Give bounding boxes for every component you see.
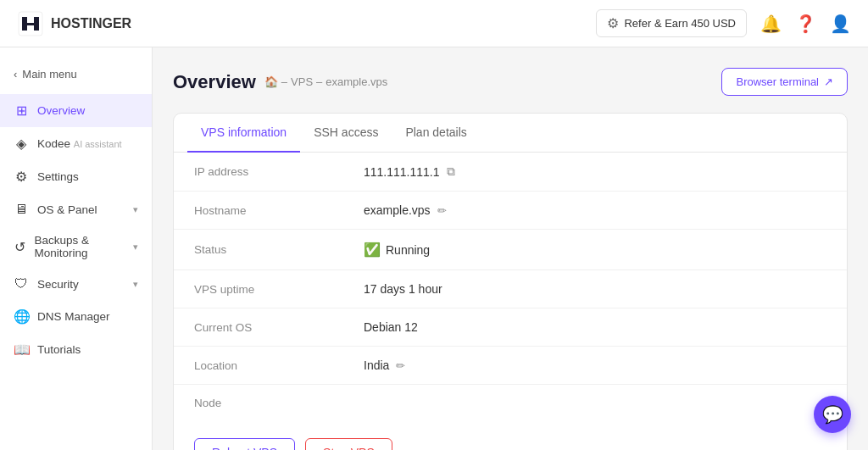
table-row: IP address 111.111.111.1 ⧉ <box>174 153 847 192</box>
sidebar: ‹ Main menu ⊞ Overview ◈ Kodee AI assist… <box>0 47 153 450</box>
breadcrumb-sep1: – <box>281 75 287 88</box>
sidebar-item-backups-monitoring[interactable]: ↺ Backups & Monitoring ▾ <box>0 225 152 268</box>
page-title: Overview <box>173 71 256 93</box>
chevron-down-icon: ▾ <box>133 204 138 215</box>
current-os-text: Debian 12 <box>364 320 418 334</box>
tab-plan-details[interactable]: Plan details <box>392 114 480 153</box>
table-row: Location India ✏ <box>174 347 847 385</box>
hostname-text: example.vps <box>364 203 431 217</box>
settings-icon: ⚙ <box>14 169 29 185</box>
status-value: ✅ Running <box>364 242 430 258</box>
table-row: VPS uptime 17 days 1 hour <box>174 270 847 308</box>
sidebar-item-os-panel[interactable]: 🖥 OS & Panel ▾ <box>0 193 152 225</box>
logo: HOSTINGER <box>17 10 131 37</box>
chevron-left-icon: ‹ <box>14 68 17 81</box>
sidebar-item-tutorials[interactable]: 📖 Tutorials <box>0 333 152 366</box>
node-label: Node <box>194 397 364 409</box>
ip-address-text: 111.111.111.1 <box>364 165 440 179</box>
status-text: Running <box>386 243 430 257</box>
vps-uptime-label: VPS uptime <box>194 283 364 296</box>
main-menu-label: Main menu <box>22 68 76 81</box>
sidebar-item-label: Security <box>37 278 79 291</box>
hostname-label: Hostname <box>194 204 364 217</box>
page-title-area: Overview 🏠 – VPS – example.vps <box>173 71 387 93</box>
tab-bar: VPS information SSH access Plan details <box>174 114 847 153</box>
sidebar-item-security[interactable]: 🛡 Security ▾ <box>0 268 152 300</box>
logo-icon <box>17 10 44 37</box>
sidebar-item-overview[interactable]: ⊞ Overview <box>0 94 152 127</box>
table-row: Hostname example.vps ✏ <box>174 192 847 230</box>
vps-uptime-text: 17 days 1 hour <box>364 282 442 296</box>
info-table: IP address 111.111.111.1 ⧉ Hostname exam… <box>174 153 847 421</box>
help-icon[interactable]: ❓ <box>795 14 816 34</box>
tutorials-icon: 📖 <box>14 342 29 358</box>
logo-text: HOSTINGER <box>51 16 131 31</box>
location-label: Location <box>194 359 364 372</box>
os-panel-icon: 🖥 <box>14 202 29 217</box>
chat-support-button[interactable]: 💬 <box>814 396 851 433</box>
current-os-label: Current OS <box>194 321 364 334</box>
sidebar-item-label: Backups & Monitoring <box>35 234 125 259</box>
notifications-icon[interactable]: 🔔 <box>760 14 782 34</box>
sidebar-item-label: Tutorials <box>37 343 81 356</box>
sidebar-item-label: Settings <box>37 170 79 183</box>
tab-vps-information[interactable]: VPS information <box>187 114 300 153</box>
browser-terminal-label: Browser terminal <box>736 75 819 88</box>
chevron-down-icon-3: ▾ <box>133 279 138 290</box>
breadcrumb-current: example.vps <box>326 75 387 88</box>
sidebar-item-label: OS & Panel <box>37 203 97 216</box>
page-header: Overview 🏠 – VPS – example.vps Browser t… <box>173 68 848 96</box>
refer-icon: ⚙ <box>607 15 619 31</box>
table-row: Status ✅ Running <box>174 230 847 270</box>
action-buttons: Reboot VPS Stop VPS <box>174 421 847 450</box>
sidebar-item-label: Kodee AI assistant <box>37 137 122 150</box>
location-text: India <box>364 358 389 372</box>
tab-plan-label: Plan details <box>405 125 466 139</box>
stop-vps-button[interactable]: Stop VPS <box>305 438 392 450</box>
backups-icon: ↺ <box>14 239 26 255</box>
breadcrumb-home-icon: 🏠 <box>264 75 278 88</box>
vps-info-card: VPS information SSH access Plan details … <box>173 113 848 450</box>
vps-uptime-value: 17 days 1 hour <box>364 282 442 296</box>
chat-icon: 💬 <box>822 404 843 425</box>
refer-earn-button[interactable]: ⚙ Refer & Earn 450 USD <box>596 9 747 37</box>
sidebar-item-kodee[interactable]: ◈ Kodee AI assistant <box>0 127 152 160</box>
reboot-vps-button[interactable]: Reboot VPS <box>194 438 295 450</box>
sidebar-item-dns-manager[interactable]: 🌐 DNS Manager <box>0 300 152 333</box>
tab-vps-info-label: VPS information <box>201 125 287 139</box>
edit-hostname-icon[interactable]: ✏ <box>437 204 447 217</box>
refer-label: Refer & Earn 450 USD <box>624 17 736 30</box>
status-label: Status <box>194 243 364 256</box>
table-row: Node <box>174 385 847 421</box>
location-value: India ✏ <box>364 358 405 372</box>
breadcrumb-vps: VPS <box>291 75 313 88</box>
dns-icon: 🌐 <box>14 308 29 325</box>
breadcrumb-sep2: – <box>316 75 322 88</box>
account-icon[interactable]: 👤 <box>830 14 851 34</box>
chevron-down-icon-2: ▾ <box>133 242 138 253</box>
ip-address-label: IP address <box>194 165 364 178</box>
sidebar-item-settings[interactable]: ⚙ Settings <box>0 160 152 193</box>
breadcrumb: 🏠 – VPS – example.vps <box>264 75 387 88</box>
main-menu-link[interactable]: ‹ Main menu <box>0 61 152 94</box>
main-content: Overview 🏠 – VPS – example.vps Browser t… <box>153 47 868 450</box>
navbar-right: ⚙ Refer & Earn 450 USD 🔔 ❓ 👤 <box>596 9 851 37</box>
sidebar-item-label: Overview <box>37 104 85 117</box>
current-os-value: Debian 12 <box>364 320 418 334</box>
ip-address-value: 111.111.111.1 ⧉ <box>364 164 455 179</box>
browser-terminal-button[interactable]: Browser terminal ↗ <box>721 68 848 96</box>
tab-ssh-label: SSH access <box>314 125 378 139</box>
status-check-icon: ✅ <box>364 242 381 258</box>
sidebar-item-label: DNS Manager <box>37 310 110 323</box>
layout: ‹ Main menu ⊞ Overview ◈ Kodee AI assist… <box>0 47 868 450</box>
tab-ssh-access[interactable]: SSH access <box>300 114 392 153</box>
overview-icon: ⊞ <box>14 103 29 119</box>
hostname-value: example.vps ✏ <box>364 203 447 217</box>
external-link-icon: ↗ <box>824 75 833 88</box>
kodee-icon: ◈ <box>14 136 29 152</box>
edit-location-icon[interactable]: ✏ <box>396 359 405 372</box>
copy-icon[interactable]: ⧉ <box>447 164 455 179</box>
security-icon: 🛡 <box>14 276 29 292</box>
navbar: HOSTINGER ⚙ Refer & Earn 450 USD 🔔 ❓ 👤 <box>0 0 868 47</box>
table-row: Current OS Debian 12 <box>174 308 847 347</box>
